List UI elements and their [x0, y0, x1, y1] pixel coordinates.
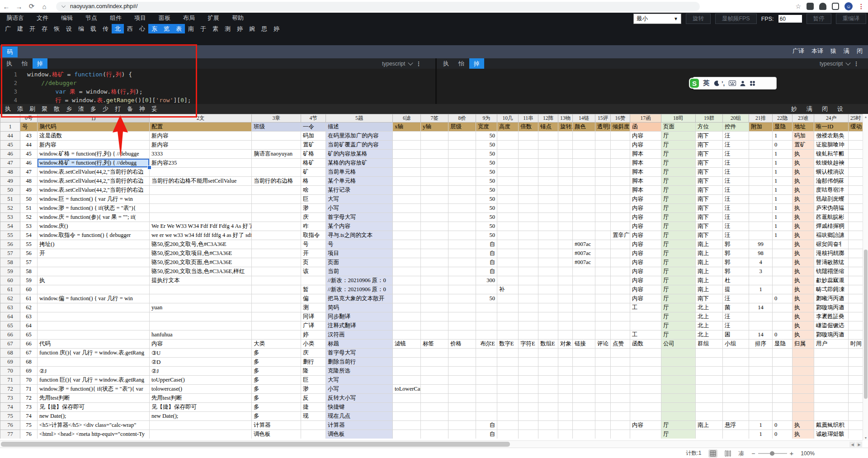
cell[interactable] [538, 321, 558, 331]
cell[interactable] [849, 321, 863, 331]
cell[interactable] [595, 204, 611, 213]
cell[interactable] [793, 412, 814, 421]
cell[interactable]: 执 [793, 258, 814, 267]
row-header[interactable]: 59 [0, 267, 20, 276]
cell[interactable]: 50 [476, 222, 497, 231]
cell[interactable] [538, 249, 558, 258]
cell[interactable] [595, 258, 611, 267]
cell[interactable]: 控件 [723, 123, 749, 132]
cell[interactable] [558, 331, 573, 340]
cell[interactable]: 68 [20, 358, 38, 367]
back-icon[interactable]: ← [0, 3, 13, 10]
cell[interactable] [749, 367, 773, 376]
cell[interactable]: 某个单元格 [326, 177, 393, 186]
cell[interactable] [573, 222, 595, 231]
cell[interactable]: 函 [630, 123, 661, 132]
cell[interactable]: <h5>计算器</h5> <div class="calc-wrap" [38, 421, 150, 430]
cell[interactable] [773, 349, 793, 358]
column-header-4节[interactable]: 4节 [301, 114, 326, 123]
cell[interactable] [252, 231, 301, 240]
cell[interactable] [538, 349, 558, 358]
cell[interactable] [538, 177, 558, 186]
cell[interactable]: 多 [252, 385, 301, 394]
cell[interactable]: 98 [749, 249, 773, 258]
cell[interactable] [814, 376, 849, 385]
cell[interactable]: 52 [20, 213, 38, 222]
cell[interactable] [448, 141, 476, 150]
menu-item-节点[interactable]: 节点 [79, 14, 104, 22]
cell[interactable]: 南下 [696, 159, 723, 168]
cell[interactable] [519, 412, 538, 421]
cell[interactable] [497, 331, 519, 340]
cell[interactable]: 汪 [723, 204, 749, 213]
cell[interactable]: 号 [301, 240, 326, 249]
cell[interactable]: 用户 [814, 340, 849, 349]
cell[interactable] [749, 177, 773, 186]
cell[interactable] [814, 394, 849, 403]
cell[interactable]: 50 [20, 195, 38, 204]
size-select[interactable]: 最小 ▼ [633, 14, 681, 24]
cell[interactable] [773, 276, 793, 285]
cell[interactable]: 某行记录 [326, 186, 393, 195]
cell[interactable]: 50 [476, 132, 497, 141]
cell[interactable]: 当前 [326, 267, 393, 276]
cell[interactable]: 群组 [696, 340, 723, 349]
cell[interactable]: 该 [301, 267, 326, 276]
cell[interactable] [519, 168, 538, 177]
cell[interactable]: 执 [793, 285, 814, 294]
cell[interactable] [611, 222, 630, 231]
column-header-5题[interactable]: 5题 [326, 114, 393, 123]
cell[interactable]: 48 [20, 177, 38, 186]
cell[interactable] [630, 321, 661, 331]
cell[interactable] [573, 141, 595, 150]
cell[interactable]: 厅 [661, 168, 696, 177]
cell[interactable]: 脚本 [630, 150, 661, 159]
cell[interactable] [849, 132, 863, 141]
cell[interactable] [421, 204, 448, 213]
cell[interactable]: 1 [773, 132, 793, 141]
cell[interactable]: 计算器 [326, 421, 393, 430]
cell[interactable]: 调色板 [252, 430, 301, 439]
cell[interactable]: 厅 [661, 276, 696, 285]
cell[interactable] [421, 312, 448, 321]
cell[interactable] [301, 276, 326, 285]
cell[interactable]: 执 [793, 177, 814, 186]
cell[interactable] [661, 403, 696, 412]
cell[interactable] [38, 258, 150, 267]
cell[interactable] [773, 394, 793, 403]
cell[interactable]: 当前行的右边格不能用setCellValue [150, 177, 252, 186]
cell[interactable] [519, 240, 538, 249]
cell[interactable]: 多 [252, 376, 301, 385]
cell[interactable]: 1 [773, 204, 793, 213]
cell[interactable]: 厅 [661, 204, 696, 213]
cell[interactable]: 码加 [301, 132, 326, 141]
cell[interactable] [448, 321, 476, 331]
cell[interactable]: 1 [749, 285, 773, 294]
cell[interactable]: 多 [252, 349, 301, 358]
cell[interactable] [749, 321, 773, 331]
cell[interactable] [723, 376, 749, 385]
cell[interactable]: 0 [773, 141, 793, 150]
cell[interactable]: 厅 [661, 177, 696, 186]
cell[interactable]: 内容 [630, 240, 661, 249]
cell[interactable] [519, 349, 538, 358]
table-tool-妥[interactable]: 妥 [148, 104, 160, 114]
cell[interactable] [497, 204, 519, 213]
cell[interactable] [150, 204, 252, 213]
cell[interactable] [393, 204, 421, 213]
cell[interactable] [497, 376, 519, 385]
menu-item-项目[interactable]: 项目 [128, 14, 152, 22]
cell[interactable]: 自 [476, 249, 497, 258]
cell[interactable]: 脚本 [630, 186, 661, 195]
cell[interactable] [150, 430, 252, 439]
cell[interactable] [749, 294, 773, 303]
cell[interactable] [421, 321, 448, 331]
column-header-16赞[interactable]: 16赞 [611, 114, 630, 123]
row-header[interactable]: 68 [0, 349, 20, 358]
column-header-17函[interactable]: 17函 [630, 114, 661, 123]
cell[interactable] [723, 349, 749, 358]
cell[interactable] [448, 294, 476, 303]
cell[interactable] [661, 358, 696, 367]
cell[interactable]: 50 [476, 294, 497, 303]
column-header-15评[interactable]: 15评 [595, 114, 611, 123]
